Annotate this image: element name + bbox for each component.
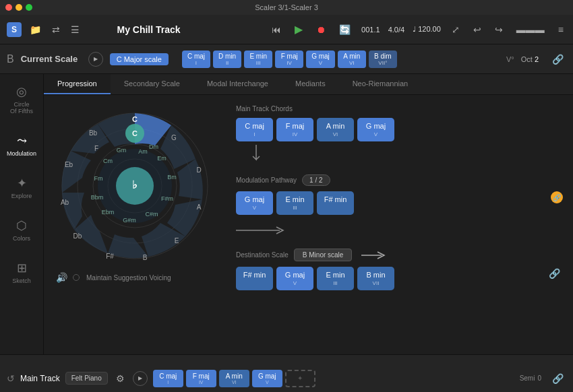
sidebar-label-circle: CircleOf Fifths xyxy=(10,101,33,115)
scale-chord-3[interactable]: E minIII xyxy=(244,51,272,68)
scale-chord-5[interactable]: G majV xyxy=(306,51,335,68)
loop-button[interactable]: 🔄 xyxy=(336,23,353,36)
scale-bar-label: Current Scale xyxy=(21,54,82,64)
settings-button[interactable]: ≡ xyxy=(555,23,566,36)
svg-text:Bbm: Bbm xyxy=(91,194,104,201)
speaker-button[interactable]: 🔊 xyxy=(54,270,69,285)
main-chord-1[interactable]: C majI xyxy=(236,118,273,141)
main-chord-3[interactable]: A minVI xyxy=(317,118,354,141)
tab-mediants[interactable]: Mediants xyxy=(282,74,339,94)
dest-link-area: 🔗 xyxy=(546,267,563,290)
track-chord-4[interactable]: G majV xyxy=(252,370,282,387)
scale-chord-4[interactable]: F majIV xyxy=(275,51,303,68)
dest-chord-3[interactable]: E minIII xyxy=(317,267,354,290)
mod-link-icon[interactable]: 🔗 xyxy=(551,191,563,203)
circle-icon: ◎ xyxy=(16,84,27,99)
mod-chord-1[interactable]: G majV xyxy=(236,191,273,215)
prev-button[interactable]: ⏮ xyxy=(269,23,284,36)
svg-text:G#m: G#m xyxy=(123,217,136,224)
colors-icon: ⬡ xyxy=(16,218,27,233)
close-button[interactable] xyxy=(5,4,12,11)
tab-neo[interactable]: Neo-Riemannian xyxy=(339,74,422,94)
undo-button[interactable]: ↩ xyxy=(471,23,484,36)
traffic-lights xyxy=(5,4,32,11)
mod-link-area: 🔗 xyxy=(551,191,563,215)
sidebar-label-modulation: Modulation xyxy=(7,150,36,157)
v-degree: V° xyxy=(506,55,514,63)
scale-chord-1[interactable]: C majI xyxy=(182,51,210,68)
modulation-icon: ⤳ xyxy=(17,133,27,148)
track-chord-add[interactable]: ✦ xyxy=(285,370,315,387)
scale-bar: B Current Scale ▶ C Major scale C majI D… xyxy=(0,44,573,74)
dest-chord-2[interactable]: G majV xyxy=(276,267,313,290)
sidebar-item-circle[interactable]: ◎ CircleOf Fifths xyxy=(4,81,39,118)
content-area: ◎ CircleOf Fifths ⤳ Modulation ✦ Explore… xyxy=(0,74,573,354)
track-instrument[interactable]: Felt Piano xyxy=(65,372,108,385)
svg-text:Gm: Gm xyxy=(117,147,127,154)
svg-text:Dm: Dm xyxy=(149,143,158,150)
track-title: My Chill Track xyxy=(34,24,264,35)
window-title: Scaler 3/1-Scaler 3 xyxy=(255,3,318,11)
sidebar-item-sketch[interactable]: ⊞ Sketch xyxy=(4,257,39,288)
track-loop-icon: ↺ xyxy=(7,373,15,384)
mod-chord-2[interactable]: E minIII xyxy=(276,191,313,215)
scale-name-badge[interactable]: C Major scale xyxy=(110,53,169,65)
play-button[interactable]: ▶ xyxy=(292,22,305,37)
expand-button[interactable]: ⤢ xyxy=(449,23,462,36)
sidebar-item-modulation[interactable]: ⤳ Modulation xyxy=(4,130,39,160)
sidebar-label-colors: Colors xyxy=(13,235,30,242)
scale-chord-2[interactable]: D minII xyxy=(213,51,241,68)
tempo-display: ♩ 120.00 xyxy=(413,25,441,34)
dest-arrow-row xyxy=(236,220,563,240)
tab-progression[interactable]: Progression xyxy=(44,74,111,94)
main-toolbar: S 📁 ⇄ ☰ My Chill Track ⏮ ▶ ⏺ 🔄 001.1 4.0… xyxy=(0,15,573,44)
volume-slider[interactable]: ▬▬▬ xyxy=(514,23,547,36)
mod-chords: G majV E minIII F# min 🔗 xyxy=(236,191,563,215)
mod-chord-3[interactable]: F# min xyxy=(317,191,354,215)
circle-of-fifths-diagram: ♭ C G D A E B F# Db Ab Eb Bb F xyxy=(54,105,216,267)
scale-chords: C majI D minII E minIII F majIV G majV A… xyxy=(182,51,494,68)
dest-link-button[interactable]: 🔗 xyxy=(546,267,563,280)
modulation-arrow xyxy=(249,145,563,166)
redo-button[interactable]: ↪ xyxy=(492,23,506,36)
maximize-button[interactable] xyxy=(26,4,32,11)
title-bar: Scaler 3/1-Scaler 3 xyxy=(0,0,573,15)
svg-text:C: C xyxy=(132,115,138,123)
scale-chord-7[interactable]: B dimVII° xyxy=(369,51,397,68)
progression-content: ♭ C G D A E B F# Db Ab Eb Bb F xyxy=(44,95,573,354)
dest-chords: F# min G majV E minIII B minVII 🔗 xyxy=(236,267,563,290)
main-track-label: Main Track Chords xyxy=(236,105,563,112)
svg-text:E: E xyxy=(175,237,179,244)
maintain-toggle[interactable] xyxy=(73,274,80,281)
dest-label: Destination Scale xyxy=(236,251,289,259)
dest-chord-1[interactable]: F# min xyxy=(236,267,273,290)
svg-text:Db: Db xyxy=(73,232,82,240)
sidebar-item-colors[interactable]: ⬡ Colors xyxy=(4,215,39,245)
record-button[interactable]: ⏺ xyxy=(313,23,328,36)
scale-link-button[interactable]: 🔗 xyxy=(549,53,566,66)
dest-chord-4[interactable]: B minVII xyxy=(357,267,394,290)
mod-counter[interactable]: 1 / 2 xyxy=(302,174,330,186)
tab-secondary[interactable]: Secondary Scale xyxy=(111,74,193,94)
sidebar-item-explore[interactable]: ✦ Explore xyxy=(4,172,39,203)
track-link-button[interactable]: 🔗 xyxy=(549,372,566,385)
main-chord-2[interactable]: F majIV xyxy=(276,118,313,141)
track-chord-3[interactable]: A minVI xyxy=(219,370,249,387)
scale-play-button[interactable]: ▶ xyxy=(88,52,103,67)
svg-text:C#m: C#m xyxy=(145,211,158,218)
track-play-button[interactable]: ▶ xyxy=(133,371,148,386)
scale-chord-6[interactable]: A minVI xyxy=(338,51,366,68)
app-logo: S xyxy=(7,22,22,37)
track-chord-2[interactable]: F majIV xyxy=(186,370,216,387)
scale-icon: B xyxy=(7,53,14,65)
transport-controls: ⏮ ▶ ⏺ 🔄 001.1 4.0/4 ♩ 120.00 ⤢ ↩ ↪ ▬▬▬ ≡ xyxy=(269,22,566,37)
svg-text:Am: Am xyxy=(138,148,148,155)
track-settings-icon[interactable]: ⚙ xyxy=(113,372,127,385)
right-panel: Main Track Chords C majI F majIV A minVI… xyxy=(226,95,573,354)
dest-badge[interactable]: B Minor scale xyxy=(294,249,353,261)
tab-modal[interactable]: Modal Interchange xyxy=(193,74,282,94)
svg-text:G: G xyxy=(171,134,177,141)
main-chord-4[interactable]: G majV xyxy=(357,118,394,141)
minimize-button[interactable] xyxy=(16,4,22,11)
track-chord-1[interactable]: C majI xyxy=(153,370,183,387)
